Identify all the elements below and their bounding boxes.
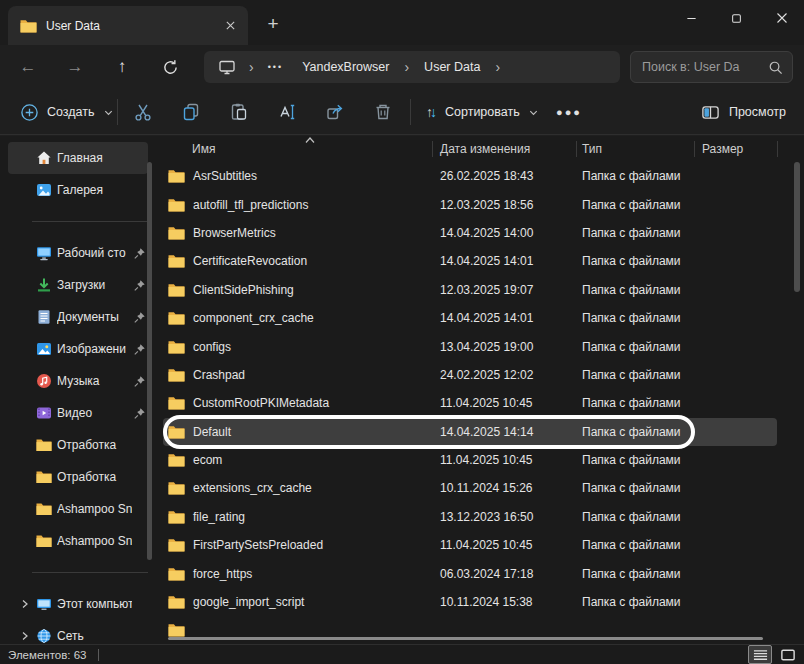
tab-user-data[interactable]: User Data	[8, 6, 248, 45]
breadcrumb-separator: ›	[399, 59, 414, 75]
forward-button[interactable]: →	[59, 51, 91, 83]
column-header-type[interactable]: Тип	[577, 141, 695, 157]
column-header-date[interactable]: Дата изменения	[433, 141, 577, 157]
sidebar-item[interactable]: Этот компьюте	[8, 588, 148, 620]
refresh-button[interactable]	[154, 51, 186, 83]
file-row[interactable]: autofill_tfl_predictions 12.03.2025 18:5…	[163, 190, 777, 218]
pin-icon	[132, 311, 146, 324]
column-headers: Имя Дата изменения Тип Размер	[163, 136, 804, 162]
chevron-right-icon[interactable]	[14, 599, 36, 609]
new-button[interactable]: Создать	[14, 95, 120, 129]
paste-button[interactable]	[220, 94, 258, 130]
share-button[interactable]	[316, 94, 354, 130]
sidebar-item[interactable]: Галерея	[8, 174, 148, 206]
sidebar-scrollbar[interactable]	[147, 162, 152, 560]
column-header-size[interactable]: Размер	[695, 141, 778, 157]
pin-icon	[132, 407, 146, 420]
sidebar-item[interactable]: Ashampoo Snap	[8, 493, 148, 525]
search-box[interactable]: Поиск в: User Da	[630, 51, 793, 83]
file-row[interactable]: BrowserMetrics 14.04.2025 14:00 Папка с …	[163, 219, 777, 247]
copy-button[interactable]	[172, 94, 210, 130]
maximize-button[interactable]	[714, 0, 759, 36]
sidebar-item[interactable]: Главная	[8, 142, 148, 174]
file-row[interactable]: file_rating 13.12.2023 16:50 Папка с фай…	[163, 503, 777, 531]
view-button[interactable]: Просмотр	[695, 95, 792, 129]
desktop-icon	[36, 245, 52, 261]
icons-view-button[interactable]	[776, 645, 800, 664]
copy-icon	[181, 102, 201, 122]
sidebar-item[interactable]: Видео	[8, 397, 148, 429]
folder-icon	[168, 254, 185, 268]
file-row[interactable]: extensions_crx_cache 10.11.2024 15:26 Па…	[163, 474, 777, 502]
toolbar-divider	[117, 99, 118, 125]
share-icon	[325, 102, 345, 122]
file-row[interactable]: component_crx_cache 14.04.2025 14:01 Пап…	[163, 304, 777, 332]
column-header-name[interactable]: Имя	[163, 141, 433, 157]
chevron-right-icon[interactable]	[14, 631, 36, 641]
titlebar: User Data +	[0, 0, 804, 45]
details-view-button[interactable]	[748, 645, 772, 664]
paste-icon	[229, 102, 249, 122]
chevron-down-icon	[103, 107, 114, 118]
monitor-icon[interactable]	[210, 58, 244, 76]
horizontal-scrollbar[interactable]	[168, 637, 763, 640]
folder-icon	[168, 198, 185, 212]
file-row[interactable]: Crashpad 24.02.2025 12:02 Папка с файлам…	[163, 361, 777, 389]
pin-icon	[132, 343, 146, 356]
rename-icon	[277, 102, 297, 122]
tab-title: User Data	[46, 19, 211, 33]
file-row[interactable]: Default 14.04.2025 14:14 Папка с файлами	[163, 418, 777, 446]
sidebar-item[interactable]: Ashampoo Snap	[8, 525, 148, 557]
video-icon	[36, 405, 52, 421]
folder-icon	[168, 226, 185, 240]
sidebar-item[interactable]: Сеть	[8, 620, 148, 644]
folder-icon	[36, 437, 52, 453]
sidebar-divider	[32, 572, 148, 573]
delete-button[interactable]	[364, 94, 402, 130]
sidebar-item[interactable]: Музыка	[8, 365, 148, 397]
file-row[interactable]: force_https 06.03.2024 17:18 Папка с фай…	[163, 559, 777, 587]
close-button[interactable]	[759, 0, 804, 36]
file-row[interactable]: ecom 11.04.2025 10:45 Папка с файлами	[163, 446, 777, 474]
sidebar-item[interactable]: Отработка	[8, 461, 148, 493]
minimize-button[interactable]	[669, 0, 714, 36]
vertical-scrollbar[interactable]	[794, 162, 800, 292]
navigation-bar: ← → ↑ › ••• YandexBrowser › User Data › …	[0, 45, 804, 89]
file-rows: AsrSubtitles 26.02.2025 18:43 Папка с фа…	[163, 162, 804, 644]
cut-icon	[133, 102, 153, 122]
file-row[interactable]: google_import_script 10.11.2024 15:38 Па…	[163, 588, 777, 616]
file-row[interactable]: CustomRootPKIMetadata 11.04.2025 10:45 П…	[163, 389, 777, 417]
view-button-label: Просмотр	[729, 105, 786, 119]
search-icon[interactable]	[768, 60, 783, 75]
network-icon	[36, 628, 52, 644]
delete-icon	[373, 102, 393, 122]
up-button[interactable]: ↑	[106, 51, 138, 83]
gallery-icon	[36, 182, 52, 198]
tab-close-icon[interactable]	[220, 16, 240, 36]
sidebar-item[interactable]: Изображени	[8, 333, 148, 365]
sidebar-divider	[32, 221, 148, 222]
cut-button[interactable]	[124, 94, 162, 130]
folder-icon	[168, 595, 185, 609]
sidebar-item[interactable]: Документы	[8, 301, 148, 333]
rename-button[interactable]	[268, 94, 306, 130]
statusbar-divider	[98, 649, 99, 661]
folder-icon	[168, 538, 185, 552]
file-row[interactable]: ClientSidePhishing 12.03.2025 19:07 Папк…	[163, 276, 777, 304]
sidebar-item[interactable]: Рабочий сто	[8, 237, 148, 269]
file-row[interactable]: CertificateRevocation 14.04.2025 14:01 П…	[163, 247, 777, 275]
file-row[interactable]: AsrSubtitles 26.02.2025 18:43 Папка с фа…	[163, 162, 777, 190]
file-row[interactable]: FirstPartySetsPreloaded 11.04.2025 10:45…	[163, 531, 777, 559]
sidebar-item[interactable]: Отработка	[8, 429, 148, 461]
breadcrumb-item-user-data[interactable]: User Data	[414, 60, 490, 74]
more-options-button[interactable]: ●●●	[550, 98, 588, 126]
breadcrumb-item-yandexbrowser[interactable]: YandexBrowser	[292, 60, 399, 74]
folder-icon	[20, 19, 37, 33]
sidebar-item[interactable]: Загрузки	[8, 269, 148, 301]
new-tab-button[interactable]: +	[258, 9, 288, 39]
breadcrumb-ellipsis[interactable]: •••	[259, 62, 292, 72]
file-row[interactable]: configs 13.04.2025 19:00 Папка с файлами	[163, 332, 777, 360]
sort-button[interactable]: ↑↓ Сортировать	[420, 95, 545, 129]
sort-arrows-icon: ↑↓	[426, 104, 434, 120]
back-button[interactable]: ←	[12, 51, 44, 83]
